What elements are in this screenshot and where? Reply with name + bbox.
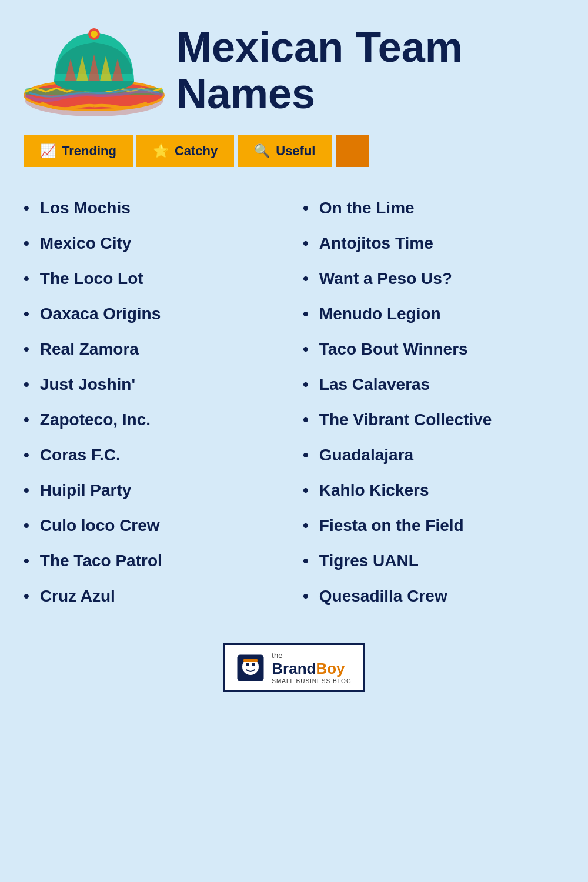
bullet: • bbox=[303, 552, 309, 570]
logo-the-label: the bbox=[272, 651, 282, 660]
list-item: • Las Calaveras bbox=[303, 367, 564, 402]
bullet: • bbox=[24, 587, 29, 606]
bullet: • bbox=[303, 481, 309, 500]
bullet: • bbox=[24, 305, 29, 323]
bullet: • bbox=[303, 234, 309, 253]
tab-useful[interactable]: 🔍 Useful bbox=[238, 135, 332, 167]
trending-icon: 📈 bbox=[40, 143, 56, 159]
list-item: • Just Joshin' bbox=[24, 367, 285, 402]
list-item: • Antojitos Time bbox=[303, 226, 564, 261]
tab-catchy-label: Catchy bbox=[175, 143, 218, 159]
list-item: • Tigres UANL bbox=[303, 543, 564, 579]
bullet: • bbox=[303, 516, 309, 535]
header: Mexican Team Names bbox=[24, 18, 564, 123]
bullet: • bbox=[303, 305, 309, 323]
list-item: • Coras F.C. bbox=[24, 437, 285, 473]
tab-useful-label: Useful bbox=[276, 143, 315, 159]
bullet: • bbox=[24, 234, 29, 253]
page-wrapper: Mexican Team Names 📈 Trending ⭐ Catchy 🔍… bbox=[0, 0, 588, 882]
list-item: • The Vibrant Collective bbox=[303, 402, 564, 437]
bullet: • bbox=[303, 199, 309, 218]
sombrero-icon bbox=[24, 18, 165, 123]
page-title: Mexican Team Names bbox=[176, 24, 564, 117]
list-item: • Want a Peso Us? bbox=[303, 261, 564, 296]
logo-brandboy-name: BrandBoy bbox=[272, 660, 345, 678]
tab-trending[interactable]: 📈 Trending bbox=[24, 135, 133, 167]
list-item: • Mexico City bbox=[24, 226, 285, 261]
svg-rect-16 bbox=[243, 659, 258, 662]
list-item: • Quesadilla Crew bbox=[303, 579, 564, 614]
list-col-right: • On the Lime • Antojitos Time • Want a … bbox=[303, 191, 564, 614]
bullet: • bbox=[303, 375, 309, 394]
list-item: • Culo loco Crew bbox=[24, 508, 285, 543]
list-item: • Cruz Azul bbox=[24, 579, 285, 614]
bullet: • bbox=[303, 446, 309, 465]
list-item: • Kahlo Kickers bbox=[303, 473, 564, 508]
list-item: • Taco Bout Winners bbox=[303, 332, 564, 367]
svg-point-14 bbox=[246, 663, 249, 666]
bullet: • bbox=[303, 269, 309, 288]
useful-icon: 🔍 bbox=[254, 143, 270, 159]
catchy-icon: ⭐ bbox=[153, 143, 169, 159]
bullet: • bbox=[303, 340, 309, 359]
list-item: • Zapoteco, Inc. bbox=[24, 402, 285, 437]
list-item: • Menudo Legion bbox=[303, 296, 564, 332]
bullet: • bbox=[24, 481, 29, 500]
list-item: • Guadalajara bbox=[303, 437, 564, 473]
list-item: • Real Zamora bbox=[24, 332, 285, 367]
brandboy-face-icon bbox=[236, 654, 265, 682]
list-col-left: • Los Mochis • Mexico City • The Loco Lo… bbox=[24, 191, 285, 614]
list-item: • The Loco Lot bbox=[24, 261, 285, 296]
list-item: • The Taco Patrol bbox=[24, 543, 285, 579]
bullet: • bbox=[24, 552, 29, 570]
svg-point-11 bbox=[91, 31, 98, 38]
bullet: • bbox=[303, 410, 309, 429]
list-item: • Huipil Party bbox=[24, 473, 285, 508]
bullet: • bbox=[24, 410, 29, 429]
bullet: • bbox=[24, 269, 29, 288]
brandboy-logo: the BrandBoy SMALL BUSINESS BLOG bbox=[223, 643, 365, 692]
list-item: • Fiesta on the Field bbox=[303, 508, 564, 543]
footer: the BrandBoy SMALL BUSINESS BLOG bbox=[24, 643, 564, 692]
tab-extra bbox=[336, 135, 369, 167]
tab-trending-label: Trending bbox=[62, 143, 116, 159]
brandboy-text: the BrandBoy SMALL BUSINESS BLOG bbox=[272, 651, 351, 684]
logo-tagline: SMALL BUSINESS BLOG bbox=[272, 678, 351, 684]
bullet: • bbox=[24, 446, 29, 465]
list-item: • On the Lime bbox=[303, 191, 564, 226]
svg-point-15 bbox=[252, 663, 255, 666]
bullet: • bbox=[24, 199, 29, 218]
list-item: • Oaxaca Origins bbox=[24, 296, 285, 332]
tab-catchy[interactable]: ⭐ Catchy bbox=[136, 135, 234, 167]
tabs-row: 📈 Trending ⭐ Catchy 🔍 Useful bbox=[24, 135, 564, 167]
bullet: • bbox=[24, 375, 29, 394]
bullet: • bbox=[303, 587, 309, 606]
team-names-list: • Los Mochis • Mexico City • The Loco Lo… bbox=[24, 191, 564, 614]
bullet: • bbox=[24, 340, 29, 359]
list-item: • Los Mochis bbox=[24, 191, 285, 226]
bullet: • bbox=[24, 516, 29, 535]
